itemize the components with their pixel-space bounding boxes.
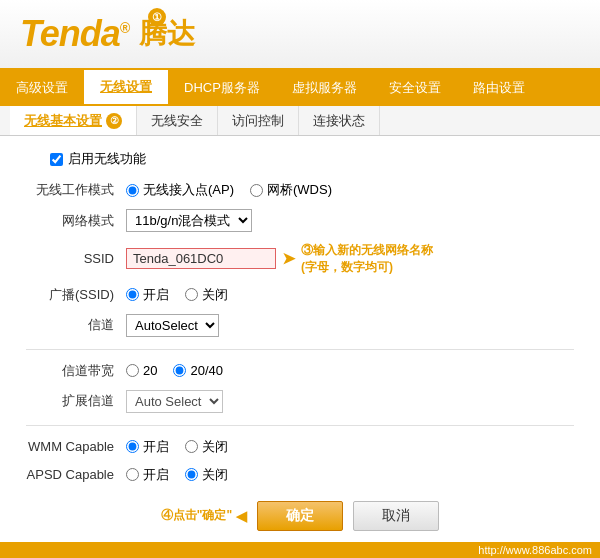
ssid-value: ➤ ③输入新的无线网络名称(字母，数字均可): [120, 237, 580, 281]
confirm-annotation-wrap: ④点击"确定" ◀: [161, 507, 247, 524]
channel-label: 信道: [20, 309, 120, 342]
channel-bw-20-radio[interactable]: [126, 364, 139, 377]
content-area: 启用无线功能 无线工作模式 无线接入点(AP) 网桥(WDS): [0, 136, 600, 541]
ext-channel-label: 扩展信道: [20, 385, 120, 418]
work-mode-value: 无线接入点(AP) 网桥(WDS): [120, 176, 580, 204]
logo-zh: 腾达: [139, 15, 195, 53]
ssid-row: SSID ➤ ③输入新的无线网络名称(字母，数字均可): [20, 237, 580, 281]
nav-dhcp[interactable]: DHCP服务器: [168, 70, 276, 106]
ssid-input[interactable]: [126, 248, 276, 269]
subnav-connection-status[interactable]: 连接状态: [299, 106, 380, 135]
work-mode-ap-radio[interactable]: [126, 184, 139, 197]
work-mode-ap-label: 无线接入点(AP): [143, 181, 234, 199]
ssid-arrow-icon: ➤: [282, 249, 295, 268]
channel-bw-radio-group: 20 20/40: [126, 363, 574, 378]
broadcast-on-radio[interactable]: [126, 288, 139, 301]
channel-bw-value: 20 20/40: [120, 357, 580, 385]
channel-bw-2040-option[interactable]: 20/40: [173, 363, 223, 378]
wmm-off-label: 关闭: [202, 438, 228, 456]
work-mode-wds-option[interactable]: 网桥(WDS): [250, 181, 332, 199]
channel-row: 信道 AutoSelect 1 2 3: [20, 309, 580, 342]
enable-wireless-row: 启用无线功能: [50, 150, 580, 168]
wmm-on-radio[interactable]: [126, 440, 139, 453]
work-mode-wds-label: 网桥(WDS): [267, 181, 332, 199]
work-mode-ap-option[interactable]: 无线接入点(AP): [126, 181, 234, 199]
settings-table: 无线工作模式 无线接入点(AP) 网桥(WDS) 网络模式: [20, 176, 580, 489]
ext-channel-select[interactable]: Auto Select: [126, 390, 223, 413]
afsd-value: 开启 关闭: [120, 461, 580, 489]
footer: http://www.886abc.com: [0, 542, 600, 558]
wmm-off-option[interactable]: 关闭: [185, 438, 228, 456]
enable-wireless-label[interactable]: 启用无线功能: [68, 150, 146, 168]
afsd-off-radio[interactable]: [185, 468, 198, 481]
channel-bw-20-label: 20: [143, 363, 157, 378]
footer-url: http://www.886abc.com: [478, 544, 592, 556]
afsd-on-label: 开启: [143, 466, 169, 484]
afsd-radio-group: 开启 关闭: [126, 466, 574, 484]
broadcast-radio-group: 开启 关闭: [126, 286, 574, 304]
broadcast-value: 开启 关闭: [120, 281, 580, 309]
confirm-annotation-text: ④点击"确定": [161, 507, 232, 524]
afsd-label: APSD Capable: [20, 461, 120, 489]
wmm-off-radio[interactable]: [185, 440, 198, 453]
broadcast-off-option[interactable]: 关闭: [185, 286, 228, 304]
subnav-security[interactable]: 无线安全: [137, 106, 218, 135]
broadcast-on-option[interactable]: 开启: [126, 286, 169, 304]
broadcast-off-label: 关闭: [202, 286, 228, 304]
afsd-row: APSD Capable 开启 关闭: [20, 461, 580, 489]
enable-wireless-checkbox[interactable]: [50, 153, 63, 166]
afsd-off-label: 关闭: [202, 466, 228, 484]
work-mode-row: 无线工作模式 无线接入点(AP) 网桥(WDS): [20, 176, 580, 204]
ext-channel-row: 扩展信道 Auto Select: [20, 385, 580, 418]
wmm-label: WMM Capable: [20, 433, 120, 461]
step1-circle: ①: [148, 8, 166, 26]
wmm-on-label: 开启: [143, 438, 169, 456]
logo-en: Tenda®: [20, 13, 129, 55]
afsd-on-radio[interactable]: [126, 468, 139, 481]
cancel-button[interactable]: 取消: [353, 501, 439, 531]
confirm-button[interactable]: 确定: [257, 501, 343, 531]
network-mode-value: 11b/g/n混合模式 11b模式 11g模式 11n模式: [120, 204, 580, 237]
sub-nav: 无线基本设置② 无线安全 访问控制 连接状态: [0, 106, 600, 136]
channel-value: AutoSelect 1 2 3: [120, 309, 580, 342]
ssid-label: SSID: [20, 237, 120, 281]
network-mode-row: 网络模式 11b/g/n混合模式 11b模式 11g模式 11n模式: [20, 204, 580, 237]
nav-virtual-server[interactable]: 虚拟服务器: [276, 70, 373, 106]
channel-bw-2040-radio[interactable]: [173, 364, 186, 377]
network-mode-label: 网络模式: [20, 204, 120, 237]
channel-select[interactable]: AutoSelect 1 2 3: [126, 314, 219, 337]
broadcast-on-label: 开启: [143, 286, 169, 304]
header: Tenda® 腾达 ①: [0, 0, 600, 70]
channel-bw-label: 信道带宽: [20, 357, 120, 385]
wmm-value: 开启 关闭: [120, 433, 580, 461]
network-mode-select[interactable]: 11b/g/n混合模式 11b模式 11g模式 11n模式: [126, 209, 252, 232]
subnav-access-control[interactable]: 访问控制: [218, 106, 299, 135]
step2-circle: ②: [106, 113, 122, 129]
main-nav: 高级设置 无线设置 DHCP服务器 虚拟服务器 安全设置 路由设置: [0, 70, 600, 106]
broadcast-row: 广播(SSID) 开启 关闭: [20, 281, 580, 309]
ext-channel-value: Auto Select: [120, 385, 580, 418]
subnav-basic[interactable]: 无线基本设置②: [10, 106, 137, 135]
channel-bw-2040-label: 20/40: [190, 363, 223, 378]
logo-reg: ®: [120, 20, 129, 36]
afsd-on-option[interactable]: 开启: [126, 466, 169, 484]
ssid-annotation-wrap: ➤ ③输入新的无线网络名称(字母，数字均可): [126, 242, 574, 276]
broadcast-label: 广播(SSID): [20, 281, 120, 309]
channel-bw-20-option[interactable]: 20: [126, 363, 157, 378]
nav-security[interactable]: 安全设置: [373, 70, 457, 106]
nav-routing[interactable]: 路由设置: [457, 70, 541, 106]
work-mode-wds-radio[interactable]: [250, 184, 263, 197]
ssid-annotation-text: ③输入新的无线网络名称(字母，数字均可): [301, 242, 433, 276]
wmm-radio-group: 开启 关闭: [126, 438, 574, 456]
broadcast-off-radio[interactable]: [185, 288, 198, 301]
nav-advanced[interactable]: 高级设置: [0, 70, 84, 106]
work-mode-label: 无线工作模式: [20, 176, 120, 204]
nav-wireless[interactable]: 无线设置: [84, 70, 168, 106]
afsd-off-option[interactable]: 关闭: [185, 466, 228, 484]
wmm-row: WMM Capable 开启 关闭: [20, 433, 580, 461]
wmm-on-option[interactable]: 开启: [126, 438, 169, 456]
channel-bw-row: 信道带宽 20 20/40: [20, 357, 580, 385]
button-row: ④点击"确定" ◀ 确定 取消: [20, 501, 580, 531]
divider-row-2: [20, 418, 580, 433]
work-mode-radio-group: 无线接入点(AP) 网桥(WDS): [126, 181, 574, 199]
